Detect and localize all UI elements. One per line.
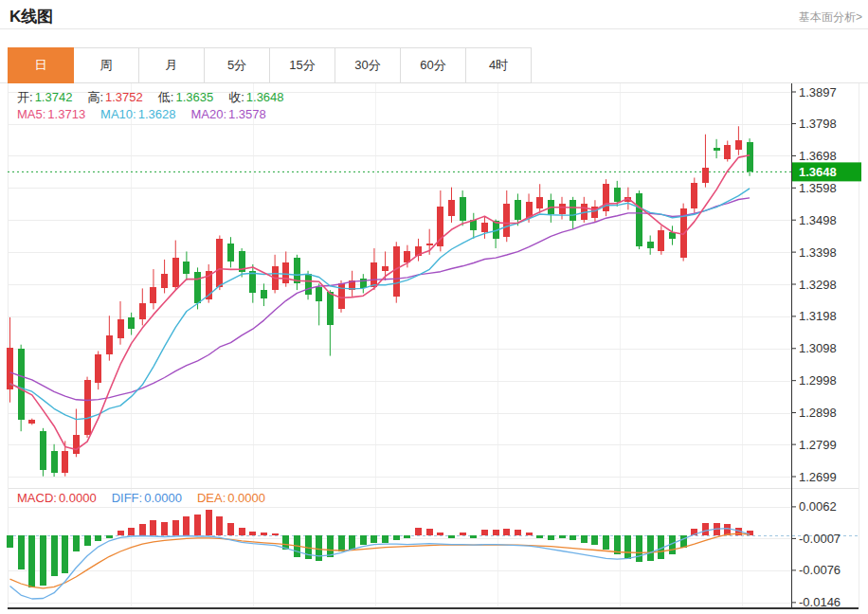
svg-text:1.2898: 1.2898 (799, 406, 837, 420)
svg-text:1.3698: 1.3698 (799, 149, 837, 163)
tab-60分[interactable]: 60分 (400, 47, 466, 83)
readout-value: 0.0000 (227, 491, 265, 505)
svg-text:1.3897: 1.3897 (799, 85, 837, 99)
readout-label: MA20: (190, 107, 226, 121)
readout-value: 1.3742 (35, 90, 73, 104)
readout-label: MA5: (17, 107, 45, 121)
ma-readout: MA5:1.3713MA10:1.3628MA20:1.3578 (17, 107, 281, 121)
readout-value: 1.3752 (105, 90, 143, 104)
svg-text:1.3648: 1.3648 (799, 165, 837, 179)
readout-value: 1.3713 (47, 107, 85, 121)
current-price-badge: 1.3648 (792, 162, 861, 181)
svg-text:0.0062: 0.0062 (799, 499, 837, 514)
tab-4时[interactable]: 4时 (465, 47, 532, 83)
svg-text:1.3298: 1.3298 (799, 278, 837, 292)
fundamental-analysis-link[interactable]: 基本面分析> (799, 9, 862, 26)
svg-text:-0.0146: -0.0146 (799, 595, 841, 609)
svg-text:1.3498: 1.3498 (799, 213, 837, 227)
candles (7, 126, 753, 477)
svg-text:-0.0007: -0.0007 (799, 532, 841, 546)
tab-月[interactable]: 月 (138, 47, 205, 83)
svg-text:1.3198: 1.3198 (799, 309, 837, 323)
readout-label: MACD: (17, 491, 57, 505)
ohlc-readout: 开:1.3742高:1.3752低:1.3635收:1.3648 (17, 89, 299, 106)
tab-周[interactable]: 周 (73, 47, 139, 83)
readout-label: MA10: (100, 107, 136, 121)
svg-text:1.2998: 1.2998 (799, 373, 837, 388)
readout-value: 1.3635 (175, 90, 213, 104)
readout-label: 高: (87, 90, 103, 104)
svg-text:1.2799: 1.2799 (799, 438, 837, 452)
svg-text:1.3398: 1.3398 (799, 245, 837, 260)
readout-value: 0.0000 (59, 491, 97, 505)
price-axis-labels: 1.38971.37981.36981.35981.34981.33981.32… (791, 85, 837, 484)
tab-5分[interactable]: 5分 (204, 47, 270, 83)
svg-text:1.3798: 1.3798 (799, 117, 837, 131)
macd-readout: MACD:0.0000DIFF:0.0000DEA:0.0000 (17, 491, 280, 505)
readout-label: 收: (228, 90, 244, 104)
macd-axis-labels: 0.0062-0.0007-0.0076-0.0146 (791, 499, 841, 609)
svg-text:1.2699: 1.2699 (799, 470, 837, 484)
kline-app: K线图 基本面分析> 日周月5分15分30分60分4时 1.38971.3798… (0, 0, 868, 614)
page-title: K线图 (9, 6, 53, 27)
chart-area[interactable]: 1.38971.37981.36981.35981.34981.33981.32… (0, 83, 868, 614)
readout-label: 开: (17, 90, 33, 104)
svg-text:1.3598: 1.3598 (799, 181, 837, 195)
svg-text:1.3098: 1.3098 (799, 341, 837, 355)
period-tabs: 日周月5分15分30分60分4时 (8, 47, 532, 83)
kline-chart-svg[interactable]: 1.38971.37981.36981.35981.34981.33981.32… (0, 83, 868, 614)
tab-15分[interactable]: 15分 (269, 47, 335, 83)
tab-30分[interactable]: 30分 (335, 47, 401, 83)
readout-value: 1.3578 (228, 107, 266, 121)
tab-日[interactable]: 日 (8, 47, 74, 83)
readout-value: 1.3628 (138, 107, 176, 121)
readout-value: 1.3648 (246, 90, 284, 104)
svg-text:-0.0076: -0.0076 (799, 563, 841, 577)
readout-label: 低: (158, 90, 174, 104)
readout-label: DIFF: (112, 491, 143, 505)
header-divider (0, 28, 868, 29)
macd-histogram (7, 510, 753, 587)
readout-label: DEA: (197, 491, 226, 505)
readout-value: 0.0000 (144, 491, 182, 505)
